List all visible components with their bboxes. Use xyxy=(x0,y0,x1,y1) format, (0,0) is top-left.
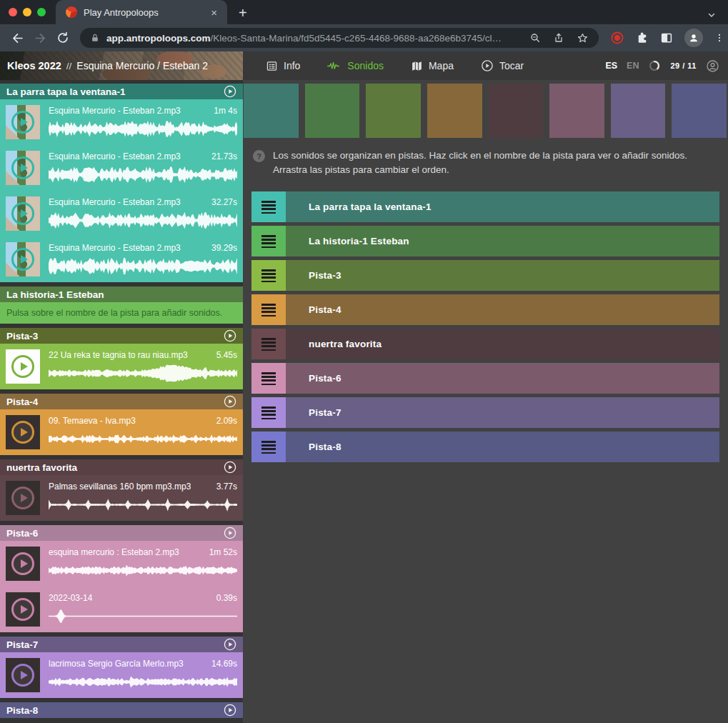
tab-search-chevron-icon[interactable] xyxy=(707,10,717,24)
waveform[interactable] xyxy=(49,561,237,580)
drag-handle[interactable] xyxy=(251,363,286,394)
bookmark-star-icon[interactable] xyxy=(577,32,589,44)
clip-thumbnail[interactable] xyxy=(6,415,40,449)
track-color-swatch[interactable] xyxy=(305,84,360,138)
drag-handle[interactable] xyxy=(251,397,286,428)
track-row[interactable]: Pista-3 xyxy=(251,260,719,291)
tab-mapa[interactable]: Mapa xyxy=(411,60,454,72)
track-color-swatch[interactable] xyxy=(549,84,604,138)
track-row[interactable]: Pista-6 xyxy=(251,363,719,394)
audio-clip[interactable]: esquina mercurio : Esteban 2.mp31m 52s xyxy=(0,541,243,587)
track-play-icon[interactable] xyxy=(224,704,236,717)
clip-play-icon[interactable] xyxy=(11,664,34,687)
clip-thumbnail[interactable] xyxy=(6,105,40,139)
clip-play-icon[interactable] xyxy=(11,202,34,225)
forward-button[interactable] xyxy=(30,28,50,48)
track-color-swatch[interactable] xyxy=(611,84,666,138)
audio-clip[interactable]: Palmas sevillanas 160 bpm mp3.mp33.77s xyxy=(0,475,243,521)
extensions-puzzle-icon[interactable] xyxy=(636,31,649,44)
audio-clip[interactable]: 2022-03-140.39s xyxy=(0,587,243,632)
track-play-icon[interactable] xyxy=(224,527,236,539)
drag-handle[interactable] xyxy=(251,329,286,359)
tab-close-icon[interactable]: × xyxy=(208,6,220,19)
waveform[interactable] xyxy=(49,607,237,626)
clip-thumbnail[interactable] xyxy=(6,242,40,276)
profile-avatar[interactable] xyxy=(684,29,703,47)
waveform[interactable] xyxy=(49,119,237,139)
track-row[interactable]: Pista-4 xyxy=(251,294,719,325)
zoom-icon[interactable] xyxy=(529,32,541,44)
track-play-icon[interactable] xyxy=(224,395,236,408)
clip-play-icon[interactable] xyxy=(11,487,34,509)
waveform[interactable] xyxy=(49,672,237,692)
side-panel-icon[interactable] xyxy=(660,31,673,44)
track-color-swatch[interactable] xyxy=(489,84,544,138)
track-play-icon[interactable] xyxy=(224,329,236,342)
audio-clip[interactable]: 22 Ua reka te tagnia to rau niau.mp35.45… xyxy=(0,344,243,389)
clip-play-icon[interactable] xyxy=(11,248,34,271)
browser-tab[interactable]: Play Antropoloops × xyxy=(56,0,227,24)
project-banner[interactable]: Kleos 2022 // Esquina Mercurio / Esteban… xyxy=(0,51,243,80)
track-header[interactable]: Pista-8 xyxy=(0,702,243,718)
waveform[interactable] xyxy=(49,364,237,383)
clip-thumbnail[interactable] xyxy=(6,349,40,384)
audio-clip[interactable]: lacrimosa Sergio García Merlo.mp314.69s xyxy=(0,652,243,698)
track-header[interactable]: La parra tapa la ventana-1 xyxy=(0,84,243,99)
track-row[interactable]: Pista-8 xyxy=(251,432,719,462)
clip-thumbnail[interactable] xyxy=(6,151,40,185)
track-color-swatch[interactable] xyxy=(427,84,482,138)
tab-sonidos[interactable]: Sonidos xyxy=(327,60,384,71)
track-header[interactable]: Pista-3 xyxy=(0,328,243,344)
audio-clip[interactable]: Esquina Mercurio - Esteban 2.mp332.27s xyxy=(0,191,243,236)
lang-es-button[interactable]: ES xyxy=(605,61,617,71)
clip-thumbnail[interactable] xyxy=(6,658,40,692)
clip-thumbnail[interactable] xyxy=(6,196,40,231)
maximize-window-button[interactable] xyxy=(37,8,46,16)
record-extension-icon[interactable] xyxy=(610,31,624,45)
browser-menu-kebab-icon[interactable] xyxy=(714,32,724,44)
track-header[interactable]: nuertra favorita xyxy=(0,459,243,475)
clip-play-icon[interactable] xyxy=(11,552,34,575)
clip-play-icon[interactable] xyxy=(11,111,34,134)
track-row[interactable]: Pista-7 xyxy=(251,397,719,428)
clip-play-icon[interactable] xyxy=(11,421,34,444)
track-color-swatch[interactable] xyxy=(366,84,421,138)
back-button[interactable] xyxy=(7,28,27,48)
clip-play-icon[interactable] xyxy=(11,355,34,378)
drag-handle[interactable] xyxy=(251,191,286,222)
waveform[interactable] xyxy=(49,211,237,230)
reload-button[interactable] xyxy=(53,28,73,48)
share-icon[interactable] xyxy=(553,32,564,44)
drag-handle[interactable] xyxy=(251,294,286,325)
drag-handle[interactable] xyxy=(251,226,286,256)
clip-thumbnail[interactable] xyxy=(6,547,40,581)
address-bar[interactable]: app.antropoloops.com/Kleos-Santa-Marina/… xyxy=(80,28,599,48)
clip-play-icon[interactable] xyxy=(11,598,34,621)
tab-info[interactable]: Info xyxy=(266,60,300,72)
track-header[interactable]: Pista-6 xyxy=(0,525,243,541)
audio-clip[interactable]: Esquina Mercurio - Esteban 2.mp321.73s xyxy=(0,145,243,191)
clip-play-icon[interactable] xyxy=(11,156,34,179)
clip-thumbnail[interactable] xyxy=(6,592,40,627)
track-color-swatch[interactable] xyxy=(244,84,299,138)
track-header[interactable]: La historia-1 Esteban xyxy=(0,286,243,302)
audio-clip[interactable]: 09. Temaeva - Iva.mp32.09s xyxy=(0,409,243,455)
close-window-button[interactable] xyxy=(9,8,17,16)
clip-thumbnail[interactable] xyxy=(6,481,40,515)
track-play-icon[interactable] xyxy=(224,85,236,98)
track-row[interactable]: nuertra favorita xyxy=(251,329,719,359)
drag-handle[interactable] xyxy=(251,432,286,462)
waveform[interactable] xyxy=(49,256,237,276)
track-row[interactable]: La parra tapa la ventana-1 xyxy=(251,191,719,222)
waveform[interactable] xyxy=(49,165,237,184)
track-color-swatch[interactable] xyxy=(672,84,727,138)
track-header[interactable]: Pista-4 xyxy=(0,394,243,409)
drag-handle[interactable] xyxy=(251,260,286,291)
minimize-window-button[interactable] xyxy=(23,8,31,16)
track-play-icon[interactable] xyxy=(224,638,236,651)
audio-clip[interactable]: Esquina Mercurio - Esteban 2.mp31m 4s xyxy=(0,99,243,145)
waveform[interactable] xyxy=(49,429,237,449)
new-tab-button[interactable]: + xyxy=(239,5,247,24)
track-play-icon[interactable] xyxy=(224,461,236,474)
tab-tocar[interactable]: Tocar xyxy=(481,59,524,72)
